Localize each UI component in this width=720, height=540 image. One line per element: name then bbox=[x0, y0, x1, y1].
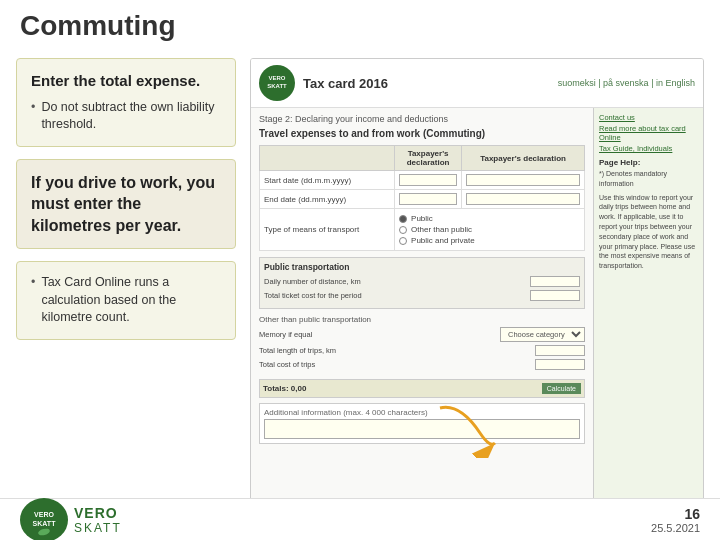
public-transport-title: Public transportation bbox=[264, 262, 580, 272]
form-stage-label: Stage 2: Declaring your income and deduc… bbox=[259, 114, 585, 124]
form-header-title: Tax card 2016 bbox=[303, 76, 388, 91]
pt-input-ticket[interactable] bbox=[530, 290, 580, 301]
sidebar-description: Use this window to report your daily tri… bbox=[599, 193, 698, 271]
form-table: Taxpayer'sdeclaration Taxpayer's declara… bbox=[259, 145, 585, 251]
form-section-title: Travel expenses to and from work (Commut… bbox=[259, 128, 585, 139]
radio-circle-public bbox=[399, 215, 407, 223]
row-label-end: End date (dd.mm.yyyy) bbox=[260, 190, 395, 209]
additional-info-textarea[interactable] bbox=[264, 419, 580, 439]
total-row: Totals: 0,00 Calculate bbox=[259, 379, 585, 398]
other-label: Other than public transportation bbox=[259, 315, 585, 324]
col-header-taxpayer2: Taxpayer's declaration bbox=[462, 146, 585, 171]
form-mockup: VERO SKATT Tax card 2016 suomeksi | på s… bbox=[250, 58, 704, 518]
table-row: Start date (dd.m.m.yyyy) bbox=[260, 171, 585, 190]
footer-logo: VERO SKATT VERO SKATT bbox=[20, 498, 122, 541]
row-input-end2[interactable] bbox=[462, 190, 585, 209]
row-radio-transport: Public Other than public P bbox=[395, 209, 585, 251]
total-value-label: Totals: 0,00 bbox=[263, 384, 538, 393]
pt-label-ticket: Total ticket cost for the period bbox=[264, 291, 526, 300]
page-number: 16 bbox=[651, 506, 700, 522]
pt-row-ticket: Total ticket cost for the period bbox=[264, 290, 580, 301]
sidebar-link-contact[interactable]: Contact us bbox=[599, 113, 698, 122]
pt-row-daily: Daily number of distance, km bbox=[264, 276, 580, 287]
radio-label-public: Public bbox=[411, 214, 433, 223]
radio-label-other: Other than public bbox=[411, 225, 472, 234]
drive-box-text: If you drive to work, you must enter the… bbox=[31, 172, 221, 237]
total-trips-input[interactable] bbox=[535, 345, 585, 356]
info-box-item: Do not subtract the own liability thresh… bbox=[31, 99, 221, 134]
row-label-transport: Type of means of transport bbox=[260, 209, 395, 251]
radio-circle-other bbox=[399, 226, 407, 234]
category-select[interactable]: Choose category bbox=[500, 327, 585, 342]
page-footer: VERO SKATT VERO SKATT 16 25.5.2021 bbox=[0, 498, 720, 540]
svg-text:SKATT: SKATT bbox=[33, 520, 57, 527]
row-label-start: Start date (dd.m.m.yyyy) bbox=[260, 171, 395, 190]
footer-brand: VERO SKATT bbox=[74, 505, 122, 535]
row-input-start2[interactable] bbox=[462, 171, 585, 190]
table-row: End date (dd.mm.yyyy) bbox=[260, 190, 585, 209]
vero-logo-large: VERO SKATT bbox=[20, 498, 68, 541]
info-box: Enter the total expense. Do not subtract… bbox=[16, 58, 236, 147]
col-header-taxpayer: Taxpayer'sdeclaration bbox=[395, 146, 462, 171]
footer-brand-top: VERO bbox=[74, 505, 122, 521]
total-cost-label: Total cost of trips bbox=[259, 360, 531, 369]
radio-circle-both bbox=[399, 237, 407, 245]
sidebar-link-read-more[interactable]: Read more about tax card Online bbox=[599, 124, 698, 142]
form-main: Stage 2: Declaring your income and deduc… bbox=[251, 108, 593, 514]
footer-brand-bottom: SKATT bbox=[74, 521, 122, 535]
radio-label-both: Public and private bbox=[411, 236, 475, 245]
radio-both[interactable]: Public and private bbox=[399, 236, 580, 245]
sidebar-mandatory-info: *) Denotes mandatory information bbox=[599, 169, 698, 189]
sidebar-link-guide[interactable]: Tax Guide, Individuals bbox=[599, 144, 698, 153]
form-header: VERO SKATT Tax card 2016 suomeksi | på s… bbox=[251, 59, 703, 108]
right-panel: VERO SKATT Tax card 2016 suomeksi | på s… bbox=[250, 58, 704, 518]
form-sidebar: Contact us Read more about tax card Onli… bbox=[593, 108, 703, 514]
col-header-label bbox=[260, 146, 395, 171]
info-box-title: Enter the total expense. bbox=[31, 71, 221, 91]
pt-label-daily: Daily number of distance, km bbox=[264, 277, 526, 286]
radio-public[interactable]: Public bbox=[399, 214, 580, 223]
memory-label: Memory if equal bbox=[259, 330, 496, 339]
public-transport-section: Public transportation Daily number of di… bbox=[259, 257, 585, 309]
total-trips-label: Total length of trips, km bbox=[259, 346, 531, 355]
sidebar-page-help: Page Help: *) Denotes mandatory informat… bbox=[599, 158, 698, 271]
page-header: Commuting bbox=[0, 0, 720, 48]
additional-info: Additional information (max. 4 000 chara… bbox=[259, 403, 585, 444]
form-body: Stage 2: Declaring your income and deduc… bbox=[251, 108, 703, 514]
drive-box: If you drive to work, you must enter the… bbox=[16, 159, 236, 250]
total-cost-row: Total cost of trips bbox=[259, 359, 585, 370]
taxcard-box: Tax Card Online runs a calculation based… bbox=[16, 261, 236, 340]
row-input-start[interactable] bbox=[395, 171, 462, 190]
footer-date: 25.5.2021 bbox=[651, 522, 700, 534]
row-input-end[interactable] bbox=[395, 190, 462, 209]
left-panel: Enter the total expense. Do not subtract… bbox=[16, 58, 236, 518]
total-cost-input[interactable] bbox=[535, 359, 585, 370]
page-title: Commuting bbox=[20, 10, 700, 42]
pt-input-daily[interactable] bbox=[530, 276, 580, 287]
radio-other[interactable]: Other than public bbox=[399, 225, 580, 234]
form-nav-links: suomeksi | på svenska | in English bbox=[558, 78, 695, 88]
footer-page-info: 16 25.5.2021 bbox=[651, 506, 700, 534]
svg-text:VERO: VERO bbox=[34, 511, 54, 518]
radio-group: Public Other than public P bbox=[399, 212, 580, 247]
vero-logo-small: VERO SKATT bbox=[259, 65, 295, 101]
additional-info-label: Additional information (max. 4 000 chara… bbox=[264, 408, 580, 417]
other-section: Other than public transportation Memory … bbox=[259, 313, 585, 375]
sidebar-page-help-title: Page Help: bbox=[599, 158, 698, 167]
memory-row: Memory if equal Choose category bbox=[259, 327, 585, 342]
total-trips-row: Total length of trips, km bbox=[259, 345, 585, 356]
taxcard-box-item: Tax Card Online runs a calculation based… bbox=[31, 274, 221, 327]
main-content: Enter the total expense. Do not subtract… bbox=[0, 48, 720, 528]
table-row: Type of means of transport Public bbox=[260, 209, 585, 251]
calculate-button[interactable]: Calculate bbox=[542, 383, 581, 394]
vero-emblem: VERO SKATT bbox=[22, 498, 66, 541]
